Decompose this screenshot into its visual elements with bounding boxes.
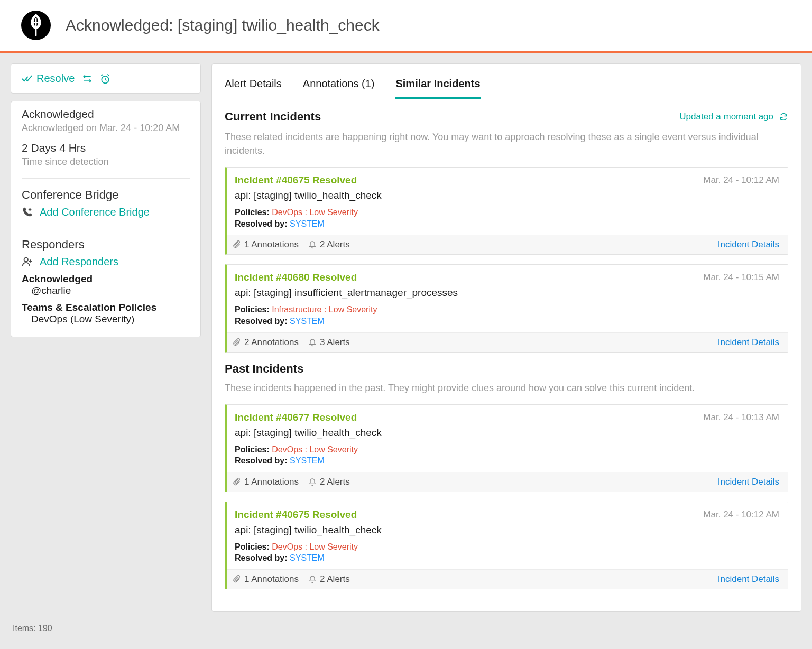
- policies-value: Infrastructure : Low Severity: [272, 305, 377, 314]
- incident-details-link[interactable]: Incident Details: [718, 239, 779, 250]
- policies-label: Policies:: [235, 305, 272, 314]
- annotations-count[interactable]: 1 Annotations: [233, 239, 299, 250]
- incident-card: Incident #40677 Resolved Mar. 24 - 10:13…: [225, 404, 788, 492]
- incident-source: api: [staging] twilio_health_check: [227, 523, 788, 541]
- reroute-icon: [82, 74, 93, 84]
- page-title: Acknowledged: [staging] twilio_health_ch…: [66, 16, 380, 34]
- items-count: Items: 190: [0, 623, 812, 633]
- resolve-button[interactable]: Resolve: [22, 72, 75, 85]
- bell-icon: [308, 338, 317, 347]
- tab-similar-incidents[interactable]: Similar Incidents: [395, 72, 480, 99]
- leaf-icon: [27, 14, 45, 37]
- ack-title: Acknowledged: [22, 108, 190, 120]
- policies-value: DevOps : Low Severity: [272, 445, 358, 454]
- current-incidents-heading: Current Incidents: [225, 110, 321, 124]
- tab-annotations[interactable]: Annotations (1): [303, 72, 375, 99]
- paperclip-icon: [233, 338, 241, 347]
- policies-label: Policies:: [235, 445, 272, 454]
- conference-heading: Conference Bridge: [22, 188, 190, 202]
- bell-icon: [308, 478, 317, 486]
- policies-value: DevOps : Low Severity: [272, 542, 358, 551]
- add-responders-button[interactable]: Add Responders: [22, 256, 190, 268]
- double-check-icon: [22, 75, 32, 83]
- tab-alert-details[interactable]: Alert Details: [225, 72, 282, 99]
- teams-value: DevOps (Low Severity): [22, 313, 190, 325]
- phone-plus-icon: [22, 206, 33, 218]
- resolved-value: SYSTEM: [290, 317, 325, 326]
- incident-title[interactable]: Incident #40680 Resolved: [235, 272, 357, 283]
- current-incidents-desc: These related incidents are happening ri…: [225, 130, 788, 157]
- incident-details-link[interactable]: Incident Details: [718, 574, 779, 585]
- page-header: Acknowledged: [staging] twilio_health_ch…: [0, 0, 812, 53]
- alerts-count[interactable]: 2 Alerts: [308, 477, 350, 487]
- incident-card: Incident #40675 Resolved Mar. 24 - 10:12…: [225, 502, 788, 589]
- past-incidents-desc: These incidents happened in the past. Th…: [225, 381, 788, 395]
- resolved-label: Resolved by:: [235, 553, 290, 562]
- ack-subtitle: Acknowledged on Mar. 24 - 10:20 AM: [22, 122, 190, 134]
- past-incidents-heading: Past Incidents: [225, 362, 788, 376]
- teams-label: Teams & Escalation Policies: [22, 302, 190, 313]
- ack-user: @charlie: [22, 285, 190, 296]
- bell-icon: [308, 575, 317, 583]
- resolved-label: Resolved by:: [235, 456, 290, 465]
- resolved-value: SYSTEM: [290, 456, 325, 465]
- incident-time: Mar. 24 - 10:15 AM: [703, 272, 779, 283]
- policies-label: Policies:: [235, 208, 272, 217]
- alerts-count[interactable]: 3 Alerts: [308, 337, 350, 348]
- incident-time: Mar. 24 - 10:12 AM: [703, 509, 779, 520]
- resolved-value: SYSTEM: [290, 219, 325, 228]
- duration-subtitle: Time since detection: [22, 155, 190, 168]
- resolve-toolbar: Resolve: [11, 63, 201, 94]
- paperclip-icon: [233, 478, 241, 486]
- refresh-button[interactable]: Updated a moment ago: [679, 112, 788, 122]
- incident-time: Mar. 24 - 10:13 AM: [703, 412, 779, 423]
- paperclip-icon: [233, 240, 241, 249]
- incident-card: Incident #40675 Resolved Mar. 24 - 10:12…: [225, 167, 788, 255]
- resolved-label: Resolved by:: [235, 317, 290, 326]
- paperclip-icon: [233, 575, 241, 583]
- annotations-count[interactable]: 1 Annotations: [233, 477, 299, 487]
- divider: [22, 228, 190, 228]
- divider: [22, 178, 190, 179]
- alarm-clock-icon: [100, 73, 110, 84]
- responders-heading: Responders: [22, 238, 190, 252]
- ack-label: Acknowledged: [22, 273, 190, 285]
- annotations-count[interactable]: 2 Annotations: [233, 337, 299, 348]
- svg-point-1: [24, 258, 28, 262]
- alerts-count[interactable]: 2 Alerts: [308, 239, 350, 250]
- incident-card: Incident #40680 Resolved Mar. 24 - 10:15…: [225, 264, 788, 352]
- incident-title[interactable]: Incident #40675 Resolved: [235, 174, 357, 186]
- snooze-button[interactable]: [100, 73, 110, 84]
- resolved-value: SYSTEM: [290, 553, 325, 562]
- annotations-count[interactable]: 1 Annotations: [233, 574, 299, 585]
- policies-label: Policies:: [235, 542, 272, 551]
- tab-bar: Alert Details Annotations (1) Similar In…: [225, 72, 788, 99]
- incident-source: api: [staging] twilio_health_check: [227, 425, 788, 444]
- duration-title: 2 Days 4 Hrs: [22, 142, 190, 154]
- incident-details-link[interactable]: Incident Details: [718, 477, 779, 487]
- refresh-icon: [779, 112, 788, 122]
- incident-title[interactable]: Incident #40675 Resolved: [235, 509, 357, 521]
- incident-details-link[interactable]: Incident Details: [718, 337, 779, 348]
- org-logo: [21, 11, 51, 40]
- incident-source: api: [staging] twilio_health_check: [227, 188, 788, 207]
- incident-source: api: [staging] insufficient_alertmanager…: [227, 285, 788, 304]
- policies-value: DevOps : Low Severity: [272, 208, 358, 217]
- incident-title[interactable]: Incident #40677 Resolved: [235, 412, 357, 423]
- add-conference-button[interactable]: Add Conference Bridge: [22, 206, 190, 218]
- bell-icon: [308, 240, 317, 249]
- incident-time: Mar. 24 - 10:12 AM: [703, 175, 779, 186]
- reroute-button[interactable]: [82, 74, 93, 84]
- main-panel: Alert Details Annotations (1) Similar In…: [211, 63, 801, 612]
- resolved-label: Resolved by:: [235, 219, 290, 228]
- user-plus-icon: [22, 256, 33, 267]
- alerts-count[interactable]: 2 Alerts: [308, 574, 350, 585]
- ack-block: Acknowledged Acknowledged on Mar. 24 - 1…: [22, 108, 190, 134]
- duration-block: 2 Days 4 Hrs Time since detection: [22, 142, 190, 168]
